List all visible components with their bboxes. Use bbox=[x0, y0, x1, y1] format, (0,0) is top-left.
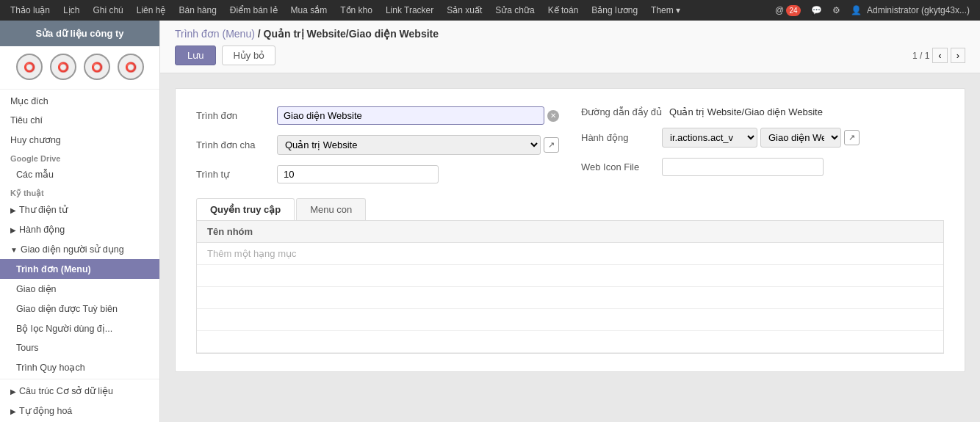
empty-row-1 bbox=[197, 265, 943, 287]
duong-dan-value: Quản trị Website/Giao diện Website bbox=[669, 106, 823, 117]
trinh-don-cha-input-wrap: Quản trị Website ↗ bbox=[277, 135, 559, 155]
sidebar-header: Sửa dữ liệu công ty bbox=[0, 21, 159, 46]
top-navigation: Thảo luận Lịch Ghi chú Liên hệ Bán hàng … bbox=[0, 0, 980, 21]
sidebar-item-huy-chuong[interactable]: Huy chương bbox=[0, 130, 159, 150]
nav-bang-luong[interactable]: Bảng lương bbox=[586, 2, 644, 18]
nav-san-xuat[interactable]: Sản xuất bbox=[441, 2, 488, 18]
sidebar-section-ky-thuat: Kỹ thuật bbox=[0, 184, 159, 200]
form-area: Trình đơn ✕ Trình đơn cha Quản trị Websi… bbox=[160, 73, 980, 422]
top-nav-right: @ 24 💬 ⚙ 👤 Administrator (gkytg43x...) bbox=[772, 4, 976, 17]
trinh-don-input[interactable] bbox=[277, 106, 544, 125]
breadcrumb: Trình đơn (Menu) / Quản trị Website/Giao… bbox=[175, 28, 965, 40]
table-header: Tên nhóm bbox=[197, 221, 943, 243]
form-grid: Trình đơn ✕ Trình đơn cha Quản trị Websi… bbox=[196, 106, 944, 183]
empty-row-3 bbox=[197, 309, 943, 331]
sidebar-item-tours[interactable]: Tours bbox=[0, 338, 159, 357]
avatar-2: ⭕ bbox=[50, 54, 76, 80]
nav-ban-hang[interactable]: Bán hàng bbox=[173, 2, 222, 18]
trinh-don-clear-btn[interactable]: ✕ bbox=[547, 110, 559, 122]
sidebar-item-giao-dien-tuy-bien[interactable]: Giao diện được Tuỳ biên bbox=[0, 299, 159, 319]
sidebar-section-google-drive: Google Drive bbox=[0, 150, 159, 164]
nav-lich[interactable]: Lịch bbox=[57, 2, 85, 18]
duong-dan-row: Đường dẫn đầy đủ Quản trị Website/Giao d… bbox=[581, 106, 944, 117]
breadcrumb-parent[interactable]: Trình đơn (Menu) bbox=[175, 28, 255, 40]
breadcrumb-separator: / bbox=[258, 28, 264, 40]
trinh-tu-input[interactable] bbox=[277, 165, 439, 183]
nav-thao-luan[interactable]: Thảo luận bbox=[4, 2, 56, 18]
nav-ton-kho[interactable]: Tồn kho bbox=[334, 2, 378, 18]
hanh-dong-type-select[interactable]: ir.actions.act_v bbox=[662, 128, 757, 148]
nav-diem-ban-le[interactable]: Điểm bán lẻ bbox=[224, 2, 284, 18]
empty-row-2 bbox=[197, 287, 943, 309]
tabs-container: Quyền truy cập Menu con Tên nhóm Thêm mộ… bbox=[196, 198, 944, 354]
sidebar-avatars: ⭕ ⭕ ⭕ ⭕ bbox=[0, 46, 159, 87]
sidebar-item-cau-truc[interactable]: ▶Câu trúc Cơ sở dữ liệu bbox=[0, 381, 159, 401]
notification-icon[interactable]: @ 24 bbox=[772, 4, 804, 17]
hanh-dong-link-btn[interactable]: ↗ bbox=[844, 130, 860, 145]
trinh-don-label: Trình đơn bbox=[196, 110, 270, 121]
avatar-1: ⭕ bbox=[16, 54, 43, 80]
settings-icon[interactable]: ⚙ bbox=[829, 4, 843, 17]
duong-dan-label: Đường dẫn đầy đủ bbox=[581, 106, 662, 117]
pagination: 1 / 1 ‹ › bbox=[912, 48, 965, 63]
avatar-3: ⭕ bbox=[84, 54, 110, 80]
nav-mua-sam[interactable]: Mua sắm bbox=[285, 2, 334, 18]
sidebar-item-tu-dong-hoa[interactable]: ▶Tự động hoá bbox=[0, 401, 159, 421]
tab-quyen-truy-cap[interactable]: Quyền truy cập bbox=[196, 198, 295, 220]
notification-badge: 24 bbox=[786, 5, 800, 16]
breadcrumb-current: Quản trị Website/Giao diện Website bbox=[264, 28, 439, 40]
empty-row-4 bbox=[197, 331, 943, 353]
avatar-4: ⭕ bbox=[118, 54, 144, 80]
hanh-dong-row: Hành động ir.actions.act_v Giao diện Wet bbox=[581, 128, 944, 148]
trinh-don-cha-link-btn[interactable]: ↗ bbox=[544, 137, 559, 153]
sidebar: Sửa dữ liệu công ty ⭕ ⭕ ⭕ ⭕ Mục đích Tiê… bbox=[0, 21, 160, 422]
hanh-dong-input-wrap: Giao diện Wet ↗ bbox=[760, 128, 944, 148]
form-card: Trình đơn ✕ Trình đơn cha Quản trị Websi… bbox=[175, 88, 965, 372]
trinh-don-row: Trình đơn ✕ bbox=[196, 106, 559, 125]
trinh-don-input-wrap: ✕ bbox=[277, 106, 559, 125]
prev-button[interactable]: ‹ bbox=[932, 48, 947, 63]
nav-sua-chua[interactable]: Sửa chữa bbox=[489, 2, 540, 18]
sidebar-item-thu-dien-tu[interactable]: ▶Thư điện tử bbox=[0, 200, 159, 219]
web-icon-label: Web Icon File bbox=[581, 161, 655, 172]
sidebar-item-giao-dien[interactable]: Giao diện bbox=[0, 279, 159, 299]
nav-lien-he[interactable]: Liên hệ bbox=[131, 2, 172, 18]
main-layout: Sửa dữ liệu công ty ⭕ ⭕ ⭕ ⭕ Mục đích Tiê… bbox=[0, 21, 980, 422]
chat-icon[interactable]: 💬 bbox=[808, 4, 825, 17]
toolbar: Lưu Hủy bỏ 1 / 1 ‹ › bbox=[175, 46, 965, 73]
hanh-dong-controls: ir.actions.act_v Giao diện Wet ↗ bbox=[662, 128, 944, 148]
cancel-button[interactable]: Hủy bỏ bbox=[222, 46, 275, 65]
tab-content: Tên nhóm Thêm một hạng mục bbox=[196, 221, 944, 354]
hanh-dong-value-select[interactable]: Giao diện Wet bbox=[760, 128, 841, 148]
trinh-tu-row: Trình tự bbox=[196, 165, 559, 183]
web-icon-input[interactable] bbox=[662, 158, 824, 176]
sidebar-item-cac-mau[interactable]: Các mẫu bbox=[0, 164, 159, 184]
sidebar-item-giao-dien-nguoi-su-dung[interactable]: ▼Giao diện người sử dụng bbox=[0, 239, 159, 259]
nav-link-tracker[interactable]: Link Tracker bbox=[380, 2, 439, 18]
tab-menu-con[interactable]: Menu con bbox=[296, 198, 366, 220]
trinh-don-cha-label: Trình đơn cha bbox=[196, 139, 270, 150]
save-button[interactable]: Lưu bbox=[175, 46, 216, 65]
form-right: Đường dẫn đầy đủ Quản trị Website/Giao d… bbox=[581, 106, 944, 183]
sidebar-item-trinh-don[interactable]: Trình đơn (Menu) bbox=[0, 259, 159, 279]
sidebar-item-bo-loc[interactable]: Bộ lọc Người dùng đị... bbox=[0, 319, 159, 338]
nav-ghi-chu[interactable]: Ghi chú bbox=[87, 2, 129, 18]
nav-ke-toan[interactable]: Kế toán bbox=[542, 2, 585, 18]
trinh-tu-label: Trình tự bbox=[196, 169, 270, 180]
form-left: Trình đơn ✕ Trình đơn cha Quản trị Websi… bbox=[196, 106, 559, 183]
next-button[interactable]: › bbox=[951, 48, 965, 63]
user-menu[interactable]: 👤 Administrator (gkytg43x...) bbox=[848, 4, 976, 17]
sidebar-item-trinh-quy-hoach[interactable]: Trình Quy hoạch bbox=[0, 357, 159, 377]
tabs-header: Quyền truy cập Menu con bbox=[196, 198, 944, 221]
web-icon-row: Web Icon File bbox=[581, 158, 944, 176]
nav-them[interactable]: Them ▾ bbox=[645, 2, 686, 18]
page-header: Trình đơn (Menu) / Quản trị Website/Giao… bbox=[160, 21, 980, 73]
pagination-text: 1 / 1 bbox=[912, 51, 929, 61]
sidebar-item-muc-dich[interactable]: Mục đích bbox=[0, 91, 159, 111]
main-content: Trình đơn (Menu) / Quản trị Website/Giao… bbox=[160, 21, 980, 422]
trinh-don-cha-select[interactable]: Quản trị Website bbox=[277, 135, 541, 155]
sidebar-item-hanh-dong[interactable]: ▶Hành động bbox=[0, 219, 159, 239]
sidebar-item-tieu-chi[interactable]: Tiêu chí bbox=[0, 111, 159, 130]
hanh-dong-label: Hành động bbox=[581, 132, 655, 143]
add-item-row[interactable]: Thêm một hạng mục bbox=[197, 243, 943, 265]
